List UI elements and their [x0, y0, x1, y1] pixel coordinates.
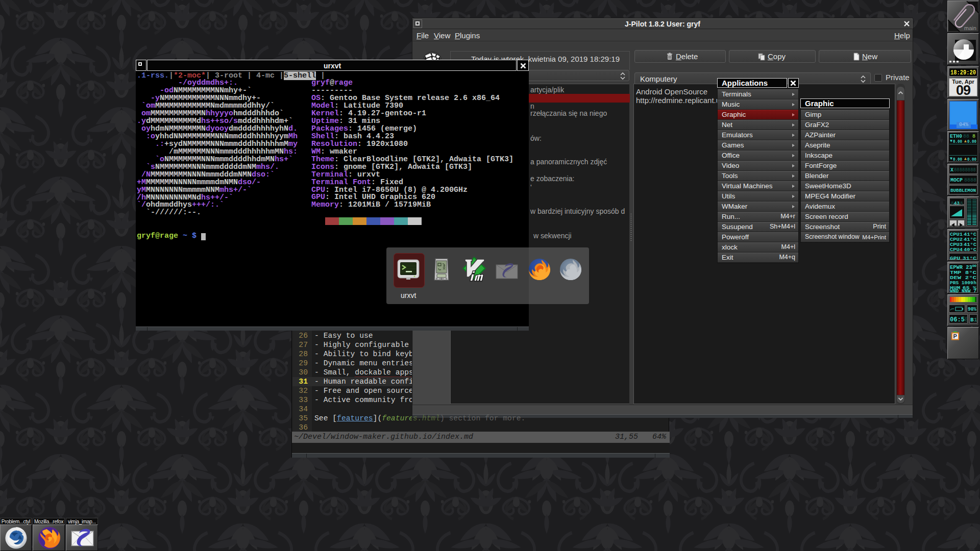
svg-text:BUBBLEMON: BUBBLEMON — [950, 188, 976, 193]
svg-text:WND NNW 7: WND NNW 7 — [950, 288, 976, 292]
svg-text:0.00: 0.00 — [967, 139, 976, 144]
svg-text:X: X — [950, 167, 953, 173]
svg-text:8: 8 — [951, 201, 953, 206]
svg-text:1: 1 — [974, 317, 977, 323]
svg-text:06:5: 06:5 — [950, 316, 965, 323]
svg-text:0.00: 0.00 — [967, 157, 976, 162]
svg-text:0.00: 0.00 — [953, 139, 962, 144]
svg-text:main: main — [964, 25, 976, 31]
svg-text:0.00: 0.00 — [953, 157, 962, 162]
svg-text:8888: 8888 — [964, 178, 976, 183]
svg-text:CPU4 40°C: CPU4 40°C — [950, 247, 976, 252]
svg-text:43: 43 — [954, 201, 960, 206]
svg-text:8: 8 — [960, 201, 963, 206]
svg-text:90%: 90% — [968, 307, 976, 312]
svg-text:P: P — [953, 333, 957, 339]
svg-text:8: 8 — [972, 134, 975, 139]
svg-text:18:29:20: 18:29:20 — [950, 69, 976, 76]
svg-text:ETH0: ETH0 — [950, 134, 962, 139]
svg-text:88: 88 — [963, 134, 969, 139]
svg-text:8: 8 — [965, 316, 967, 323]
svg-text:88888888: 88888888 — [954, 167, 976, 173]
svg-text:B: B — [970, 317, 974, 323]
svg-text:GPU 31°C: GPU 31°C — [950, 256, 976, 261]
svg-text:MOCP: MOCP — [950, 178, 963, 183]
